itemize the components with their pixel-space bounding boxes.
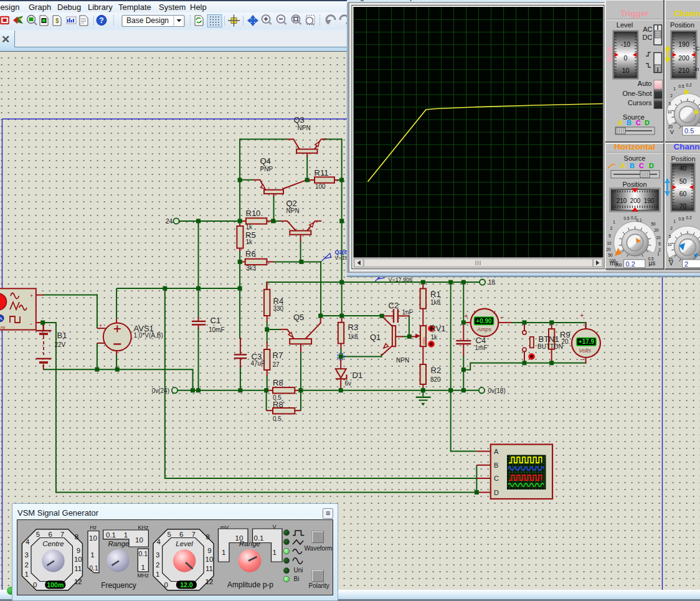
svg-text:Cursors: Cursors [628,99,652,106]
svg-text:Q5: Q5 [293,313,304,322]
svg-text:R1: R1 [430,290,441,299]
svg-text:1: 1 [673,87,676,91]
svg-text:R10: R10 [246,209,261,218]
svg-text:3: 3 [24,551,28,559]
svg-text:1: 1 [673,219,676,224]
svg-text:Source: Source [624,154,646,162]
svg-text:0.1: 0.1 [636,218,641,222]
svg-text:10: 10 [667,110,672,114]
svg-text:Frequency: Frequency [101,581,136,590]
svg-text:1k8: 1k8 [348,333,359,340]
svg-text:R3: R3 [348,323,359,332]
svg-text:7: 7 [191,531,195,538]
svg-text:C1: C1 [210,316,221,325]
svg-text:C: C [494,475,499,482]
svg-text:0.2: 0.2 [686,83,691,87]
svg-text:0.1: 0.1 [138,550,148,557]
svg-text:Q1: Q1 [370,333,381,342]
svg-text:Base Design: Base Design [126,16,169,25]
svg-text:5: 5 [608,234,611,238]
svg-text:Level: Level [176,540,193,547]
svg-text:Range: Range [108,540,130,547]
svg-text:210: 210 [678,67,689,74]
svg-text:PNP: PNP [260,166,273,173]
svg-text:Horizontal: Horizontal [614,142,655,151]
svg-text:µs: µs [649,260,656,267]
svg-text:12.0: 12.0 [180,581,193,589]
svg-text:NPN: NPN [298,125,311,131]
svg-text:C: C [639,162,644,169]
svg-text:A: A [620,162,625,169]
svg-text:Amplitude p-p: Amplitude p-p [227,580,273,589]
svg-text:Q2: Q2 [286,199,297,208]
svg-text:1: 1 [272,549,276,556]
svg-text:12: 12 [206,578,214,585]
svg-text:10: 10 [656,235,661,240]
svg-text:+: + [99,323,102,329]
svg-text:1: 1 [124,531,128,539]
svg-text:11: 11 [206,565,213,572]
svg-text:+: + [465,313,468,319]
svg-text:+17.9: +17.9 [579,338,595,345]
svg-text:2: 2 [24,561,28,569]
svg-text:0.2: 0.2 [686,215,691,220]
svg-text:2: 2 [610,226,613,230]
svg-text:Hz: Hz [90,524,97,531]
svg-text:1: 1 [141,564,145,571]
svg-text:FM: FM [1,326,5,329]
svg-text:Polarity: Polarity [309,582,329,589]
svg-text:V=18: V=18 [335,255,348,261]
svg-text:5: 5 [167,531,171,538]
svg-text:50: 50 [608,253,613,257]
svg-text:R11: R11 [315,168,329,177]
svg-text:R8: R8 [273,378,283,387]
svg-text:Centre: Centre [42,540,64,547]
svg-text:0.5: 0.5 [678,84,684,88]
svg-text:7: 7 [60,531,64,538]
svg-text:4: 4 [26,538,30,546]
svg-text:27: 27 [273,361,280,368]
svg-text:0: 0 [624,54,628,62]
svg-text:D: D [494,489,499,496]
svg-text:60: 60 [679,190,687,197]
svg-text:Channel A: Channel A [674,9,700,18]
svg-text:+0.90: +0.90 [476,318,492,324]
svg-text:Waveform: Waveform [305,545,333,552]
svg-text:10: 10 [89,534,97,542]
svg-text:Position: Position [622,181,646,188]
svg-text:C4: C4 [476,336,486,345]
svg-text:6: 6 [179,531,183,538]
svg-text:R4: R4 [273,296,284,306]
svg-text:MHz: MHz [138,572,149,579]
svg-text:$: $ [55,17,59,24]
svg-text:5: 5 [669,102,671,106]
svg-text:R6: R6 [245,249,256,258]
svg-text:18: 18 [488,279,496,286]
svg-text:1: 1 [657,252,660,256]
svg-text:R2: R2 [431,366,442,375]
svg-text:12: 12 [74,578,82,585]
svg-text:DC: DC [643,34,653,41]
svg-text:A: A [494,448,499,455]
svg-text:+: + [580,312,584,319]
svg-text:ms: ms [610,260,618,267]
svg-text:C: C [636,119,641,126]
svg-text:Bi: Bi [294,575,300,582]
svg-text:?: ? [99,16,103,25]
svg-text:11: 11 [74,565,82,572]
svg-text:0v(18): 0v(18) [488,387,505,394]
svg-text:-10: -10 [621,40,630,48]
svg-text:Q3: Q3 [294,115,305,125]
svg-text:KHz: KHz [138,524,149,531]
svg-text:BUTTON: BUTTON [537,343,563,350]
svg-text:10: 10 [206,556,214,563]
svg-text:0.5: 0.5 [623,216,629,220]
svg-text:C2: C2 [389,301,399,310]
svg-text:D1: D1 [352,371,363,380]
svg-text:Range: Range [239,540,260,547]
svg-text:0.5: 0.5 [678,217,684,221]
svg-text:100m: 100m [47,581,64,589]
svg-text:1: 1 [222,549,225,556]
svg-text:NPN: NPN [286,207,300,214]
svg-text:10: 10 [135,536,143,544]
